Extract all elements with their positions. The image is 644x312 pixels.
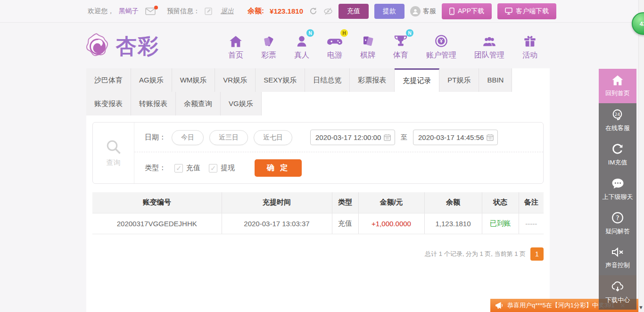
sidebar-item-faq[interactable]: ? 疑问解答 <box>599 206 636 241</box>
sidebar-label: 声音控制 <box>605 261 630 270</box>
nav-item-live[interactable]: N 真人 <box>294 33 309 60</box>
home-icon <box>229 33 242 48</box>
nav-label: 彩票 <box>261 50 276 60</box>
type-checkbox-withdraw[interactable]: 提现 <box>209 164 235 172</box>
cards-icon <box>361 33 374 48</box>
quick-sidebar: 回到首页 24 在线客服 IM充值 上下级聊天 ? 疑问解答 声音控制 下载中心 <box>599 69 636 310</box>
search-icon <box>105 139 122 156</box>
nav-item-promotions[interactable]: 活动 <box>522 33 537 60</box>
ticket-icon <box>262 33 275 48</box>
page-1-button[interactable]: 1 <box>530 247 544 261</box>
megaphone-icon <box>495 302 504 309</box>
col-type: 类型 <box>332 192 358 213</box>
table-row: 20200317VGGEDEJHHK 2020-03-17 13:03:37 充… <box>92 213 544 234</box>
nav-item-home[interactable]: 首页 <box>228 33 243 60</box>
client-download-label: 客户端下载 <box>516 7 549 16</box>
nav-item-egames[interactable]: H 电游 <box>327 33 342 60</box>
quick-range-today[interactable]: 今日 <box>172 130 204 145</box>
tab-deposit-withdraw-records[interactable]: 充提记录 <box>395 68 439 92</box>
tab-ag[interactable]: AG娱乐 <box>131 68 172 92</box>
quick-range-7days[interactable]: 近七日 <box>254 130 292 145</box>
date-from-value: 2020-03-17 12:00:00 <box>315 133 381 141</box>
nav-label: 活动 <box>522 50 537 60</box>
date-to-value: 2020-03-17 14:45:56 <box>418 133 484 141</box>
query-section: 查询 <box>93 123 134 183</box>
query-label: 查询 <box>107 158 121 167</box>
customer-service-link[interactable]: 客服 <box>410 6 436 16</box>
nav-item-sports[interactable]: N 体育 <box>393 33 408 60</box>
table-header-row: 账变编号 充提时间 类型 金额/元 余额 状态 备注 <box>92 192 544 213</box>
nav-label: 棋牌 <box>360 50 375 60</box>
hot-badge: H <box>340 29 348 37</box>
logout-link[interactable]: 退出 <box>221 7 234 16</box>
refresh-balance-icon[interactable] <box>309 7 318 16</box>
to-label: 至 <box>401 133 407 142</box>
nav-item-lottery[interactable]: 彩票 <box>261 33 276 60</box>
live-dealer-icon: N <box>295 33 308 48</box>
scroll-down-caret[interactable]: ▼ <box>638 304 644 310</box>
sidebar-label: 下载中心 <box>605 296 630 304</box>
col-time: 充提时间 <box>222 192 332 213</box>
col-status: 状态 <box>482 192 519 213</box>
customer-service-label: 客服 <box>423 7 436 16</box>
edit-icon[interactable] <box>205 8 212 15</box>
app-download-button[interactable]: APP下载 <box>442 3 492 19</box>
tab-sexy[interactable]: SEXY娱乐 <box>256 68 305 92</box>
sidebar-item-download-center[interactable]: 下载中心 <box>599 275 636 310</box>
tab-lottery-report[interactable]: 彩票报表 <box>350 68 395 92</box>
site-logo[interactable]: 杏彩 <box>84 33 159 60</box>
type-checkbox-deposit[interactable]: 充值 <box>174 164 200 172</box>
tab-vr[interactable]: VR娱乐 <box>215 68 256 92</box>
tab-transfer-report[interactable]: 转账报表 <box>131 92 176 115</box>
nav-label: 团队管理 <box>474 50 504 60</box>
new-badge: N <box>306 29 314 37</box>
tab-wm[interactable]: WM娱乐 <box>172 68 215 92</box>
app-download-label: APP下载 <box>458 7 484 16</box>
username: 黑蝎子 <box>119 7 139 16</box>
mail-icon[interactable] <box>145 8 156 15</box>
client-download-button[interactable]: 客户端下载 <box>497 3 556 19</box>
type-filter-row: 类型： 充值 提现 确 定 <box>134 152 543 183</box>
nav-label: 账户管理 <box>426 50 456 60</box>
recharge-button[interactable]: 充值 <box>339 4 369 19</box>
content-card: 沙巴体育 AG娱乐 WM娱乐 VR娱乐 SEXY娱乐 日结总览 彩票报表 充提记… <box>86 68 550 312</box>
query-filter-panel: 查询 日期： 今日 近三日 近七日 2020-03-17 12:00:00 至 … <box>92 122 544 184</box>
withdraw-button[interactable]: 提款 <box>374 4 405 19</box>
nav-item-team[interactable]: 团队管理 <box>474 33 504 60</box>
svg-text:24: 24 <box>614 112 620 117</box>
cell-type: 充值 <box>332 213 358 234</box>
tab-account-change-report[interactable]: 账变报表 <box>86 92 131 115</box>
sidebar-item-online-service[interactable]: 24 在线客服 <box>599 103 636 138</box>
tab-bbin[interactable]: BBIN <box>479 68 512 92</box>
hide-balance-icon[interactable] <box>323 8 333 15</box>
nav-item-account[interactable]: 账户管理 <box>426 33 456 60</box>
mute-speaker-icon <box>611 246 624 258</box>
date-from-input[interactable]: 2020-03-17 12:00:00 <box>310 130 395 145</box>
scrollbar-track[interactable] <box>638 0 644 312</box>
tab-daily-summary[interactable]: 日结总览 <box>305 68 350 92</box>
brand-name: 杏彩 <box>116 33 159 60</box>
withdraw-option-label: 提现 <box>221 164 235 172</box>
tab-pt[interactable]: PT娱乐 <box>439 68 479 92</box>
quick-range-3days[interactable]: 近三日 <box>209 130 248 145</box>
checkbox-icon <box>174 164 183 172</box>
type-label: 类型： <box>145 164 166 172</box>
sidebar-item-chat[interactable]: 上下级聊天 <box>599 172 636 206</box>
date-to-input[interactable]: 2020-03-17 14:45:56 <box>413 130 498 145</box>
sidebar-item-back-home[interactable]: 回到首页 <box>599 69 636 103</box>
counter-value: 43 <box>640 20 644 27</box>
confirm-button[interactable]: 确 定 <box>255 159 302 177</box>
tab-shaba-sports[interactable]: 沙巴体育 <box>86 68 131 92</box>
sidebar-item-im-recharge[interactable]: IM充值 <box>599 138 636 172</box>
mail-unread-dot <box>154 6 158 9</box>
nav-label: 首页 <box>228 50 243 60</box>
checkbox-icon <box>209 164 217 172</box>
date-label: 日期： <box>145 133 166 142</box>
sidebar-item-sound[interactable]: 声音控制 <box>599 241 636 275</box>
refresh-c-icon <box>611 143 624 155</box>
tab-balance-query[interactable]: 余额查询 <box>176 92 221 115</box>
new-badge: N <box>406 29 413 37</box>
cloud-download-icon <box>611 281 624 293</box>
tab-vg[interactable]: VG娱乐 <box>221 92 262 115</box>
nav-item-cards[interactable]: 棋牌 <box>360 33 375 60</box>
